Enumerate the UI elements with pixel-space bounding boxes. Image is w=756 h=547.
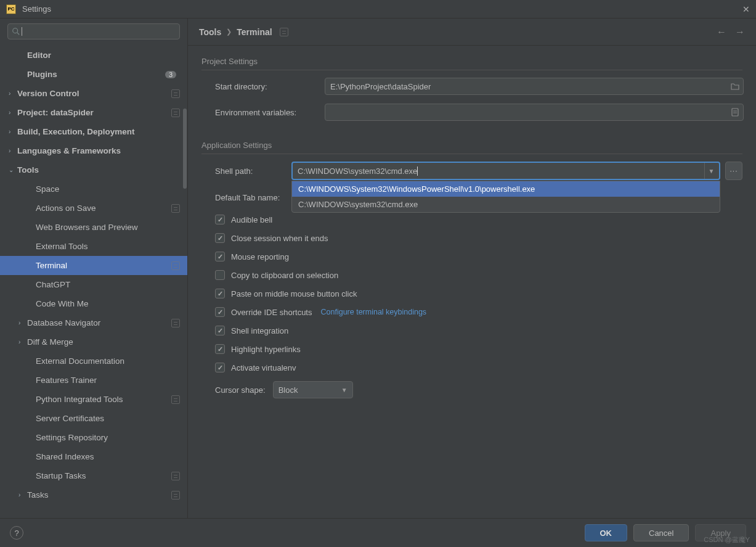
- sidebar-item-label: Tasks: [27, 490, 171, 500]
- label-start-directory: Start directory:: [201, 82, 325, 91]
- checkbox[interactable]: [215, 363, 225, 372]
- settings-content: Tools ❯ Terminal ← → Project Settings St…: [188, 19, 756, 518]
- configure-keybindings-link[interactable]: Configure terminal keybindings: [321, 308, 427, 316]
- sidebar-item-space[interactable]: Space: [0, 179, 187, 199]
- checkbox[interactable]: [215, 252, 225, 261]
- breadcrumb: Tools ❯ Terminal ← →: [188, 19, 756, 46]
- search-icon: [12, 27, 20, 36]
- sidebar-item-settings-repository[interactable]: Settings Repository: [0, 428, 187, 447]
- checkbox[interactable]: [215, 289, 225, 298]
- settings-sidebar: EditorPlugins3›Version Control›Project: …: [0, 19, 188, 518]
- section-application-settings: Application Settings: [201, 141, 742, 154]
- checkbox-row-mouse-reporting: Mouse reporting: [201, 252, 742, 261]
- sidebar-item-actions-on-save[interactable]: Actions on Save: [0, 199, 187, 218]
- sidebar-item-plugins[interactable]: Plugins3: [0, 65, 187, 84]
- dropdown-option[interactable]: C:\WINDOWS\System32\WindowsPowerShell\v1…: [292, 181, 720, 197]
- sidebar-item-label: Space: [36, 184, 180, 194]
- sidebar-item-server-certificates[interactable]: Server Certificates: [0, 409, 187, 428]
- label-default-tab-name: Default Tab name:: [201, 193, 291, 202]
- project-scope-icon: [280, 28, 288, 36]
- chevron-right-icon: ❯: [226, 28, 232, 36]
- sidebar-item-shared-indexes[interactable]: Shared Indexes: [0, 447, 187, 466]
- svg-rect-2: [732, 109, 738, 116]
- scrollbar-thumb[interactable]: [183, 109, 187, 189]
- label-env-variables: Environment variables:: [201, 108, 325, 117]
- sidebar-item-label: Editor: [27, 51, 180, 60]
- checkbox-label: Shell integration: [231, 326, 288, 335]
- sidebar-item-build-execution-deployment[interactable]: ›Build, Execution, Deployment: [0, 122, 187, 141]
- checkbox[interactable]: [215, 270, 225, 280]
- cursor-shape-select[interactable]: Block ▼: [273, 381, 353, 398]
- breadcrumb-root[interactable]: Tools: [199, 27, 221, 37]
- sidebar-item-label: Project: dataSpider: [17, 108, 171, 117]
- checkbox-label: Close session when it ends: [231, 234, 328, 243]
- checkbox[interactable]: [215, 344, 225, 354]
- dropdown-option[interactable]: C:\WINDOWS\system32\cmd.exe: [292, 197, 720, 212]
- sidebar-item-external-documentation[interactable]: External Documentation: [0, 352, 187, 371]
- start-directory-input[interactable]: [325, 78, 744, 95]
- settings-tree: EditorPlugins3›Version Control›Project: …: [0, 44, 187, 518]
- sidebar-item-external-tools[interactable]: External Tools: [0, 237, 187, 256]
- sidebar-item-code-with-me[interactable]: Code With Me: [0, 294, 187, 313]
- sidebar-item-chatgpt[interactable]: ChatGPT: [0, 275, 187, 294]
- sidebar-item-tasks[interactable]: ›Tasks: [0, 485, 187, 504]
- ok-button[interactable]: OK: [585, 524, 628, 541]
- nav-forward-icon[interactable]: →: [735, 27, 745, 38]
- sidebar-item-project-dataspider[interactable]: ›Project: dataSpider: [0, 103, 187, 122]
- checkbox-row-audible-bell: Audible bell: [201, 215, 742, 224]
- project-scope-icon: [171, 395, 180, 404]
- checkbox-row-shell-integration: Shell integration: [201, 326, 742, 335]
- folder-browse-icon[interactable]: [728, 78, 742, 94]
- env-edit-icon[interactable]: [728, 104, 742, 120]
- checkbox-label: Override IDE shortcuts: [231, 308, 312, 317]
- checkbox[interactable]: [215, 307, 225, 317]
- close-icon[interactable]: ✕: [742, 4, 750, 14]
- sidebar-item-label: Code With Me: [36, 299, 180, 308]
- sidebar-item-editor[interactable]: Editor: [0, 46, 187, 65]
- checkbox-label: Highlight hyperlinks: [231, 345, 301, 354]
- label-cursor-shape: Cursor shape:: [215, 385, 266, 395]
- project-scope-icon: [171, 204, 180, 213]
- browse-button[interactable]: ···: [725, 162, 742, 180]
- checkbox-row-copy-to-clipboard-on-selection: Copy to clipboard on selection: [201, 270, 742, 280]
- sidebar-item-features-trainer[interactable]: Features Trainer: [0, 371, 187, 390]
- sidebar-item-web-browsers-and-preview[interactable]: Web Browsers and Preview: [0, 218, 187, 237]
- shell-path-combobox[interactable]: C:\WINDOWS\system32\cmd.exe ▼: [291, 162, 720, 180]
- sidebar-item-diff-merge[interactable]: ›Diff & Merge: [0, 332, 187, 352]
- checkbox[interactable]: [215, 215, 225, 224]
- sidebar-item-label: External Tools: [36, 242, 180, 251]
- sidebar-item-label: Actions on Save: [36, 204, 171, 213]
- sidebar-item-database-navigator[interactable]: ›Database Navigator: [0, 313, 187, 332]
- checkbox-row-close-session-when-it-ends: Close session when it ends: [201, 233, 742, 243]
- window-title: Settings: [22, 4, 742, 14]
- app-icon: PC: [6, 4, 16, 14]
- checkbox[interactable]: [215, 326, 225, 335]
- checkbox[interactable]: [215, 233, 225, 243]
- sidebar-item-terminal[interactable]: Terminal: [0, 256, 187, 275]
- nav-back-icon[interactable]: ←: [717, 27, 726, 38]
- shell-path-value: C:\WINDOWS\system32\cmd.exe: [298, 167, 417, 176]
- search-input[interactable]: [7, 23, 180, 39]
- env-variables-input[interactable]: [325, 104, 744, 121]
- chevron-right-icon: ›: [9, 147, 17, 154]
- svg-line-1: [17, 33, 20, 35]
- checkbox-label: Mouse reporting: [231, 252, 289, 261]
- project-scope-icon: [171, 472, 180, 480]
- sidebar-item-label: Plugins: [27, 70, 165, 79]
- sidebar-item-tools[interactable]: ⌄Tools: [0, 160, 187, 179]
- chevron-right-icon: ›: [18, 339, 27, 345]
- sidebar-item-label: Terminal: [36, 261, 171, 270]
- cursor-shape-value: Block: [278, 385, 298, 395]
- cancel-button[interactable]: Cancel: [633, 524, 689, 541]
- chevron-right-icon: ›: [9, 90, 17, 97]
- checkbox-label: Activate virtualenv: [231, 363, 296, 372]
- sidebar-item-languages-frameworks[interactable]: ›Languages & Frameworks: [0, 141, 187, 160]
- sidebar-item-python-integrated-tools[interactable]: Python Integrated Tools: [0, 390, 187, 409]
- checkbox-row-paste-on-middle-mouse-button-click: Paste on middle mouse button click: [201, 289, 742, 298]
- checkbox-row-highlight-hyperlinks: Highlight hyperlinks: [201, 344, 742, 354]
- help-button[interactable]: ?: [10, 526, 23, 540]
- sidebar-item-version-control[interactable]: ›Version Control: [0, 84, 187, 103]
- sidebar-item-startup-tasks[interactable]: Startup Tasks: [0, 466, 187, 485]
- chevron-down-icon[interactable]: ▼: [704, 163, 718, 179]
- sidebar-item-label: Web Browsers and Preview: [36, 223, 180, 232]
